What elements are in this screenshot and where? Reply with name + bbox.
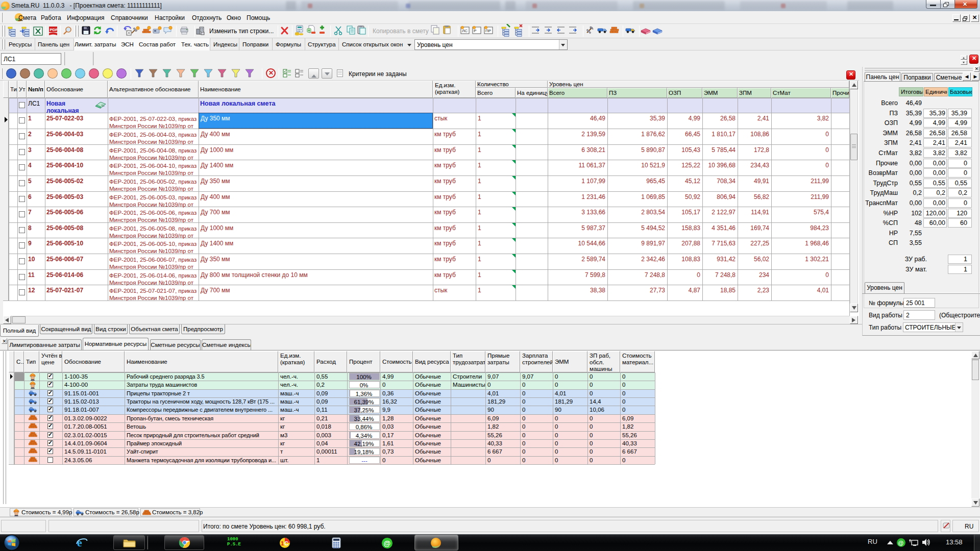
svg-text:1: 1: [281, 540, 284, 546]
svg-text:С: С: [284, 540, 288, 546]
svg-text:Р: Р: [474, 29, 476, 33]
svg-text:ЛС: ЛС: [462, 29, 468, 33]
svg-text:ЛС: ЛС: [101, 104, 105, 107]
svg-text:PDF: PDF: [50, 28, 58, 32]
svg-text:e: e: [77, 537, 82, 549]
svg-text:@: @: [384, 539, 391, 547]
svg-text:@: @: [898, 540, 904, 546]
svg-text:ПР: ПР: [485, 29, 491, 33]
